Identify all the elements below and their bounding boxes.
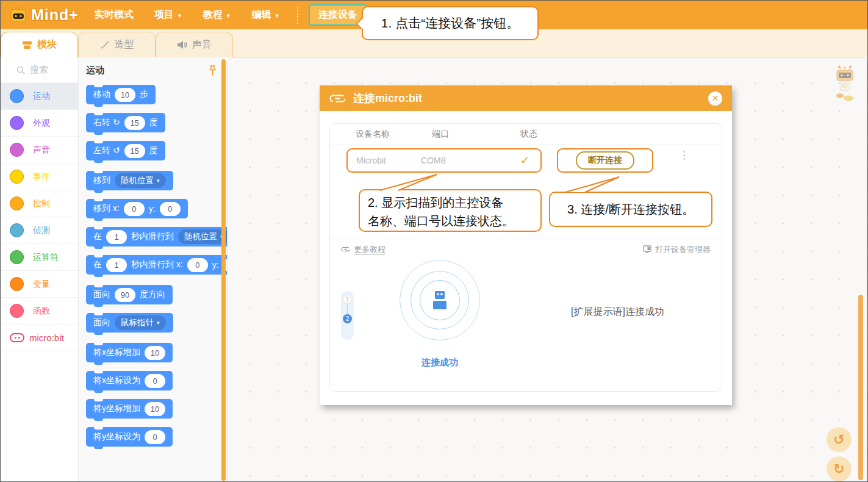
step-connector (347, 304, 348, 314)
sidebar-item-looks[interactable]: 外观 (1, 110, 78, 137)
block-number-input[interactable]: 0 (160, 202, 181, 216)
chevron-down-icon: ▾ (157, 178, 160, 184)
sidebar-item-control[interactable]: 控制 (1, 190, 78, 217)
block-number-input[interactable]: 0 (145, 374, 165, 388)
block-dropdown[interactable]: 随机位置▾ (115, 173, 166, 188)
column-status: 状态 (520, 129, 537, 140)
canvas-vertical-scrollbar[interactable] (858, 295, 863, 480)
search-icon (16, 66, 25, 74)
palette-block[interactable]: 左转 ↺15度 (86, 141, 165, 160)
pin-icon[interactable] (208, 65, 217, 76)
block-label: 将x坐标增加 (93, 347, 140, 358)
sidebar-item-variables[interactable]: 变量 (1, 271, 78, 298)
sidebar-item-microbit[interactable]: micro:bit (1, 325, 78, 351)
palette-block[interactable]: 在1秒内滑行到随机位置▾ (86, 227, 227, 246)
menu-project[interactable]: 项目▼ (154, 9, 182, 21)
tab-costumes[interactable]: 造型 (78, 32, 156, 57)
palette-scrollbar[interactable] (221, 59, 226, 481)
sidebar-item-operators[interactable]: 运算符 (1, 244, 78, 271)
palette-block[interactable]: 移到随机位置▾ (86, 171, 173, 190)
block-number-input[interactable]: 0 (124, 202, 145, 216)
category-sidebar: 搜索 运动外观声音事件控制侦测运算符变量函数micro:bit (1, 57, 79, 482)
block-number-input[interactable]: 1 (106, 258, 127, 272)
palette-category-title: 运动 (86, 65, 104, 76)
tab-blocks[interactable]: 模块 (1, 32, 78, 57)
block-palette: 运动 移动10步右转 ↻15度左转 ↺15度移到随机位置▾移到 x:0y:0在1… (79, 57, 227, 482)
close-icon[interactable]: ✕ (708, 92, 722, 106)
link-icon (329, 93, 346, 104)
column-port: 端口 (432, 129, 520, 140)
annotation-step1-text: 1. 点击“连接设备”按钮。 (381, 16, 519, 30)
block-number-input[interactable]: 15 (124, 144, 145, 158)
block-label: 左转 ↺ (93, 145, 120, 156)
block-number-input[interactable]: 1 (106, 230, 127, 244)
open-device-manager-link[interactable]: 打开设备管理器 (643, 244, 711, 255)
app-logo[interactable]: Mind+ (9, 6, 79, 24)
category-dot (10, 143, 24, 157)
menu-edit[interactable]: 编辑▼ (252, 9, 280, 21)
tab-label: 模块 (37, 38, 57, 51)
block-number-input[interactable]: 10 (145, 402, 165, 416)
search-input[interactable]: 搜索 (1, 57, 78, 83)
palette-block[interactable]: 右转 ↻15度 (86, 113, 165, 132)
device-manager-icon (643, 245, 651, 253)
block-number-input[interactable]: 10 (145, 346, 165, 360)
block-label: y: (149, 204, 156, 214)
category-label: 控制 (33, 198, 50, 209)
block-dropdown[interactable]: 鼠标指针▾ (115, 315, 166, 330)
sidebar-item-motion[interactable]: 运动 (1, 83, 78, 110)
device-port: COM8 (421, 156, 494, 165)
palette-block[interactable]: 移动10步 (86, 85, 156, 104)
block-label: 度 (149, 145, 158, 156)
sidebar-item-sensing[interactable]: 侦测 (1, 217, 78, 244)
category-label: micro:bit (29, 333, 64, 343)
palette-block[interactable]: 将y坐标增加10 (86, 399, 173, 419)
category-dot (10, 170, 24, 184)
category-list: 运动外观声音事件控制侦测运算符变量函数micro:bit (1, 83, 78, 351)
palette-block[interactable]: 将y坐标设为0 (86, 427, 173, 447)
sidebar-item-events[interactable]: 事件 (1, 164, 78, 190)
device-row[interactable]: Microbit COM8 ✓ (346, 148, 542, 173)
palette-block[interactable]: 将x坐标增加10 (86, 343, 173, 362)
speaker-icon (177, 40, 187, 49)
palette-block[interactable]: 将x坐标设为0 (86, 371, 173, 390)
block-dropdown[interactable]: 随机位置▾ (178, 229, 227, 244)
main-area: 搜索 运动外观声音事件控制侦测运算符变量函数micro:bit 运动 移动10步… (1, 57, 867, 482)
menu-realtime-mode[interactable]: 实时模式 (95, 9, 134, 21)
palette-block[interactable]: 面向90度方向 (86, 285, 173, 304)
disconnect-button[interactable]: 断开连接 (576, 151, 634, 170)
usb-device-icon (429, 289, 451, 311)
sidebar-item-functions[interactable]: 函数 (1, 298, 78, 325)
open-device-manager-label: 打开设备管理器 (655, 244, 711, 255)
robot-mascot (833, 65, 857, 103)
menu-tutorials[interactable]: 教程▼ (203, 9, 231, 21)
palette-block[interactable]: 面向鼠标指针▾ (86, 313, 173, 333)
more-tutorials-link[interactable]: 更多教程 (341, 244, 386, 255)
block-number-input[interactable]: 10 (115, 88, 135, 102)
blocks-icon (22, 41, 32, 49)
workspace-canvas[interactable]: 连接micro:bit ✕ 设备名称 端口 状态 Microbit (227, 57, 867, 482)
palette-block[interactable]: 在1秒内滑行到 x:0y:0 (86, 255, 227, 275)
step-2-badge: 2 (343, 314, 352, 323)
disconnect-button-highlight: 断开连接 (557, 148, 653, 173)
category-dot (10, 89, 24, 103)
category-label: 变量 (33, 279, 50, 290)
block-label: 在 (93, 231, 102, 242)
category-dot (10, 250, 24, 264)
sidebar-item-sound[interactable]: 声音 (1, 137, 78, 164)
block-number-input[interactable]: 90 (115, 288, 135, 302)
block-label: 将y坐标增加 (93, 403, 140, 414)
block-number-input[interactable]: 15 (124, 116, 145, 130)
more-options-icon[interactable]: ⋮ (679, 153, 689, 158)
tab-sounds[interactable]: 声音 (156, 32, 233, 57)
logo-text: Mind+ (31, 6, 79, 24)
block-number-input[interactable]: 0 (187, 258, 208, 272)
block-number-input[interactable]: 0 (145, 430, 165, 444)
block-label: 移到 x: (93, 203, 120, 214)
dialog-header: 连接micro:bit ✕ (320, 85, 732, 111)
palette-block[interactable]: 移到 x:0y:0 (86, 199, 188, 218)
device-table-header: 设备名称 端口 状态 (330, 124, 722, 145)
undo-button[interactable]: ↺ (827, 427, 852, 452)
redo-button[interactable]: ↻ (827, 456, 852, 481)
block-label: 度方向 (140, 289, 165, 300)
